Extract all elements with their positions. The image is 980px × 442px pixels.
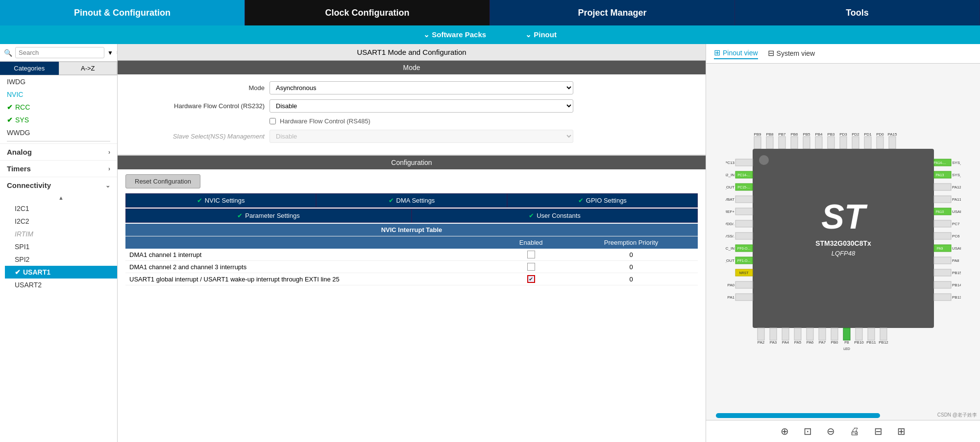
config-tab-gpio[interactable]: ✔ GPIO Settings (507, 193, 698, 208)
pin-pb-led-label: PB (844, 341, 849, 344)
zoom-in-icon[interactable]: ⊕ (781, 425, 789, 437)
pin-pa12-box[interactable] (934, 184, 951, 190)
enabled-checkbox-dma1-ch23[interactable] (527, 263, 535, 271)
pin-pb14-box[interactable] (934, 281, 951, 288)
split-icon[interactable]: ⊞ (897, 425, 906, 437)
pin-pb9-box[interactable] (754, 137, 761, 149)
sidebar-item-nvic-label: NVIC (7, 91, 23, 98)
pin-pa1-box[interactable] (735, 294, 753, 301)
sidebar-item-usart1[interactable]: ✔ USART1 (5, 266, 117, 279)
pin-pa5-box[interactable] (794, 328, 801, 340)
pin-pd0-box[interactable] (877, 137, 883, 149)
tab-clock-config[interactable]: Clock Configuration (245, 0, 490, 25)
tab-system-view[interactable]: ⊟ System view (768, 48, 815, 59)
panel-title-text: USART1 Mode and Configuration (357, 48, 466, 56)
sidebar-item-irtim[interactable]: IRTIM (5, 228, 117, 240)
fit-icon[interactable]: ⊡ (804, 425, 812, 437)
pin-pa7-box[interactable] (819, 328, 826, 340)
pin-pa8-box[interactable] (934, 257, 951, 264)
enabled-cell-usart1[interactable]: ✔ (497, 273, 564, 285)
tab-pinout-view[interactable]: ⊞ Pinout view (714, 48, 758, 59)
hw-flow-form-row: Hardware Flow Control (RS232) Disable (127, 99, 696, 113)
sub-nav-software-packs-label: ⌄ Software Packs (423, 30, 486, 39)
search-input[interactable] (15, 47, 104, 58)
enabled-checkbox-dma1-ch1[interactable] (527, 251, 535, 258)
hw-flow-select[interactable]: Disable (270, 99, 573, 113)
pin-pa11-box[interactable] (934, 196, 951, 203)
pin-pb3-box[interactable] (828, 137, 834, 149)
pin-pb15-box[interactable] (934, 269, 951, 276)
pin-pa3-box[interactable] (770, 328, 777, 340)
tab-categories-label: Categories (14, 65, 45, 72)
sub-nav-software-packs[interactable]: ⌄ Software Packs (423, 30, 486, 39)
pin-pb4-box[interactable] (815, 137, 822, 149)
sidebar-item-sys-label: SYS (15, 116, 29, 124)
search-dropdown-icon[interactable]: ▼ (107, 49, 113, 56)
pin-pd1-box[interactable] (864, 137, 871, 149)
pin-pa0-box[interactable] (735, 281, 753, 288)
pin-pa4-box[interactable] (782, 328, 789, 340)
pin-pb6-box[interactable] (791, 137, 798, 149)
pin-pb-led-box[interactable] (843, 328, 850, 340)
pin-vdd-box[interactable] (735, 220, 753, 227)
sidebar-item-iwdg[interactable]: IWDG (0, 75, 117, 88)
mode-select[interactable]: Asynchronous (270, 81, 573, 94)
pin-pa15-label: PA15 (887, 132, 897, 137)
pin-pd3-box[interactable] (840, 137, 847, 149)
pin-pb12-box[interactable] (880, 328, 887, 340)
reset-config-button[interactable]: Reset Configuration (125, 174, 200, 188)
layout-icon[interactable]: ⊟ (874, 425, 882, 437)
zoom-out-icon[interactable]: ⊖ (827, 425, 835, 437)
section-analog[interactable]: Analog › (0, 143, 117, 160)
config-tab-user-constants[interactable]: ✔ User Constants (412, 209, 698, 223)
connectivity-expand-icon: ⌄ (105, 182, 110, 189)
config-tab-params[interactable]: ✔ Parameter Settings (125, 209, 412, 223)
sidebar-item-spi1[interactable]: SPI1 (5, 240, 117, 253)
tab-a-to-z[interactable]: A->Z (59, 62, 118, 75)
pin-pa12-label: PA12 ... (952, 185, 961, 189)
pin-pb8-box[interactable] (766, 137, 773, 149)
section-connectivity[interactable]: Connectivity ⌄ (0, 177, 117, 193)
sidebar-item-spi2[interactable]: SPI2 (5, 253, 117, 266)
pin-pa2-box[interactable] (758, 328, 764, 340)
pin-pb7-box[interactable] (779, 137, 785, 149)
tab-categories[interactable]: Categories (0, 62, 59, 75)
pin-pc14-text: PC14-... (737, 173, 750, 177)
enabled-cell-dma1-ch1[interactable] (497, 249, 564, 261)
hw-flow-rs485-checkbox[interactable] (270, 118, 276, 124)
pin-pa6-box[interactable] (807, 328, 813, 340)
section-timers[interactable]: Timers › (0, 160, 117, 177)
pin-pb0-box[interactable] (831, 328, 838, 340)
config-tab-nvic[interactable]: ✔ NVIC Settings (125, 193, 316, 208)
pin-vbat-box[interactable] (735, 196, 753, 203)
sidebar-item-wwdg[interactable]: WWDG (0, 126, 117, 139)
sidebar-item-i2c1[interactable]: I2C1 (5, 202, 117, 215)
pin-pb11-box[interactable] (868, 328, 875, 340)
pin-pa15-box[interactable] (889, 137, 896, 149)
config-tab-dma[interactable]: ✔ DMA Settings (316, 193, 507, 208)
tab-pinout-config[interactable]: Pinout & Configuration (0, 0, 245, 25)
pin-pa2-label: PA2 (757, 340, 764, 345)
pin-pb10-box[interactable] (856, 328, 862, 340)
sidebar-item-rcc[interactable]: ✔ RCC (0, 101, 117, 114)
horizontal-scrollbar[interactable] (716, 413, 880, 418)
sidebar-item-nvic[interactable]: NVIC (0, 88, 117, 101)
pin-pc6-box[interactable] (934, 233, 951, 239)
sub-nav-pinout[interactable]: ⌄ Pinout (525, 30, 557, 39)
pin-vref-box[interactable] (735, 208, 753, 215)
sidebar-item-sys[interactable]: ✔ SYS (0, 114, 117, 126)
pin-pb13-box[interactable] (934, 294, 951, 301)
pin-pd2-box[interactable] (852, 137, 859, 149)
print-icon[interactable]: 🖨 (850, 426, 859, 437)
enabled-cell-dma1-ch23[interactable] (497, 261, 564, 273)
sidebar-item-i2c2[interactable]: I2C2 (5, 215, 117, 228)
pin-pb5-box[interactable] (803, 137, 810, 149)
tab-tools[interactable]: Tools (735, 0, 980, 25)
pin-pc13-box[interactable] (735, 159, 753, 166)
sidebar-item-usart2[interactable]: USART2 (5, 279, 117, 291)
enabled-checkbox-usart1[interactable]: ✔ (527, 275, 535, 283)
pin-pc7-box[interactable] (934, 220, 951, 227)
pin-pa1-label: PA1 (727, 295, 735, 300)
pin-vss-box[interactable] (735, 233, 753, 239)
tab-project-manager[interactable]: Project Manager (490, 0, 735, 25)
